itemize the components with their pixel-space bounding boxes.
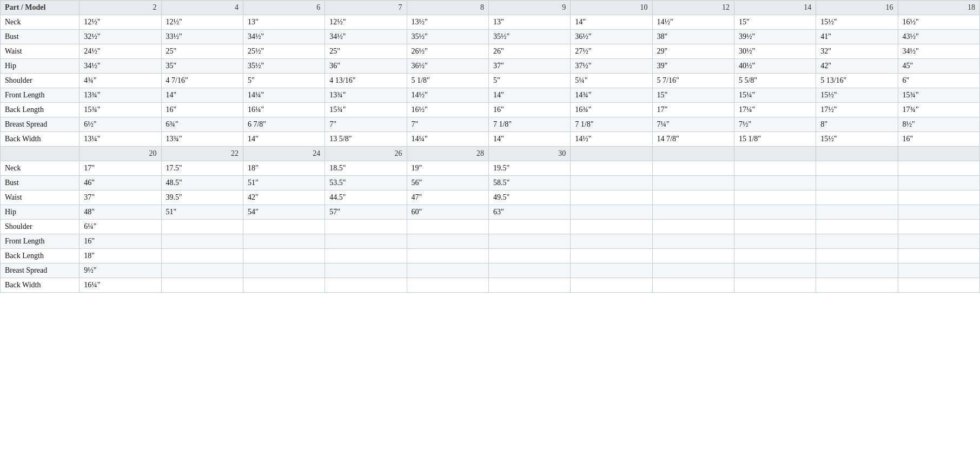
section2-header-row: 20 22 24 26 28 30	[1, 147, 980, 161]
cell-value: 39.5"	[161, 190, 243, 205]
cell-value: 16¾"	[571, 103, 652, 117]
cell-value	[161, 220, 243, 234]
cell-value	[571, 176, 652, 190]
cell-value	[816, 161, 898, 176]
cell-value	[488, 220, 570, 234]
cell-value	[325, 234, 407, 249]
cell-value: 6"	[898, 74, 979, 88]
cell-value	[816, 205, 898, 220]
row-label: Front Length	[1, 88, 80, 103]
cell-value	[571, 220, 652, 234]
section1-header-row: Part / Model 2 4 6 7 8 9 10 12 14 16 18	[1, 1, 980, 15]
cell-value	[571, 249, 652, 264]
cell-value: 13"	[243, 15, 325, 30]
cell-value: 16½"	[898, 15, 979, 30]
cell-value: 25"	[161, 44, 243, 59]
cell-value	[652, 161, 734, 176]
cell-value: 7¼"	[652, 117, 734, 132]
cell-value: 32"	[816, 44, 898, 59]
cell-value: 53.5"	[325, 176, 407, 190]
table-row: Back Width16¼"	[1, 278, 980, 293]
cell-value: 17¾"	[898, 103, 979, 117]
cell-value: 48.5"	[161, 176, 243, 190]
cell-value	[652, 190, 734, 205]
row-label: Back Width	[1, 278, 80, 293]
col-header-18: 18	[898, 1, 979, 15]
cell-value	[243, 234, 325, 249]
cell-value: 37½"	[571, 59, 652, 74]
cell-value: 14"	[488, 132, 570, 147]
table-row: Shoulder6¼"	[1, 220, 980, 234]
size-chart-table: Part / Model 2 4 6 7 8 9 10 12 14 16 18 …	[0, 0, 980, 293]
col-header-6: 6	[243, 1, 325, 15]
row-label: Back Length	[1, 103, 80, 117]
col2-header-e3	[734, 147, 816, 161]
cell-value	[898, 176, 979, 190]
cell-value: 4 13/16"	[325, 74, 407, 88]
table-row: Neck12½"12½"13"12½"13½"13"14"14½"15"15½"…	[1, 15, 980, 30]
cell-value: 6¼"	[80, 220, 161, 234]
cell-value: 18.5"	[325, 161, 407, 176]
cell-value: 15 1/8"	[734, 132, 816, 147]
cell-value	[325, 249, 407, 264]
cell-value: 14"	[243, 132, 325, 147]
cell-value	[816, 278, 898, 293]
row-label: Breast Spread	[1, 264, 80, 278]
row-label: Back Length	[1, 249, 80, 264]
cell-value	[898, 220, 979, 234]
col2-header-e2	[652, 147, 734, 161]
cell-value: 13¼"	[80, 132, 161, 147]
cell-value: 16"	[161, 103, 243, 117]
cell-value: 17¼"	[734, 103, 816, 117]
cell-value: 37"	[488, 59, 570, 74]
table-row: Waist37"39.5"42"44.5"47"49.5"	[1, 190, 980, 205]
cell-value	[407, 278, 488, 293]
table-row: Back Length18"	[1, 249, 980, 264]
cell-value	[816, 190, 898, 205]
cell-value: 34½"	[243, 30, 325, 44]
cell-value	[161, 234, 243, 249]
cell-value: 35½"	[243, 59, 325, 74]
table-row: Bust46"48.5"51"53.5"56"58.5"	[1, 176, 980, 190]
cell-value	[816, 249, 898, 264]
table-row: Bust32½"33½"34½"34½"35½"35½"36½"38"39½"4…	[1, 30, 980, 44]
table-row: Shoulder4¾"4 7/16"5"4 13/16"5 1/8"5"5¼"5…	[1, 74, 980, 88]
cell-value: 6 7/8"	[243, 117, 325, 132]
col2-header-28: 28	[407, 147, 488, 161]
cell-value	[243, 264, 325, 278]
cell-value	[243, 278, 325, 293]
cell-value	[325, 278, 407, 293]
cell-value	[571, 264, 652, 278]
cell-value: 19"	[407, 161, 488, 176]
cell-value: 9½"	[80, 264, 161, 278]
col-header-part: Part / Model	[1, 1, 80, 15]
col2-header-24: 24	[243, 147, 325, 161]
table-row: Neck17"17.5"18"18.5"19"19.5"	[1, 161, 980, 176]
cell-value	[407, 264, 488, 278]
cell-value: 7"	[325, 117, 407, 132]
cell-value: 51"	[243, 176, 325, 190]
cell-value: 27½"	[571, 44, 652, 59]
cell-value: 37"	[80, 190, 161, 205]
cell-value	[571, 234, 652, 249]
cell-value	[734, 264, 816, 278]
cell-value: 14"	[161, 88, 243, 103]
cell-value: 60"	[407, 205, 488, 220]
cell-value	[652, 205, 734, 220]
table-row: Breast Spread9½"	[1, 264, 980, 278]
table-row: Hip48"51"54"57"60"63"	[1, 205, 980, 220]
cell-value	[734, 205, 816, 220]
cell-value: 13¾"	[161, 132, 243, 147]
cell-value: 14"	[571, 15, 652, 30]
cell-value: 30½"	[734, 44, 816, 59]
row-label: Bust	[1, 30, 80, 44]
cell-value: 26½"	[407, 44, 488, 59]
cell-value	[898, 161, 979, 176]
cell-value	[734, 220, 816, 234]
cell-value	[898, 190, 979, 205]
cell-value: 12½"	[161, 15, 243, 30]
cell-value: 36½"	[571, 30, 652, 44]
cell-value: 5 1/8"	[407, 74, 488, 88]
cell-value: 15"	[734, 15, 816, 30]
cell-value	[652, 176, 734, 190]
